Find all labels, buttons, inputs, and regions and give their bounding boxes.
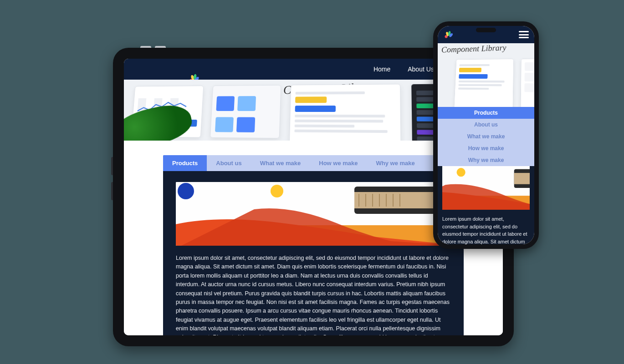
tab-what-we-make[interactable]: What we make — [438, 131, 534, 142]
svg-point-16 — [271, 185, 283, 197]
nav-link-about[interactable]: About Us — [408, 66, 434, 73]
tablet-power-button — [140, 46, 151, 48]
tab-products[interactable]: Products — [163, 155, 207, 171]
phone-notch — [476, 28, 496, 32]
tab-how-we-make[interactable]: How we make — [438, 142, 534, 154]
article-image — [442, 166, 530, 210]
tablet-article: Lorem ipsum dolor sit amet, consectetur … — [163, 171, 464, 335]
phone-screen: Component Library Products A — [438, 26, 534, 244]
phone-article: Lorem ipsum dolor sit amet, consectetur … — [438, 166, 534, 244]
tab-about-us[interactable]: About us — [207, 155, 251, 171]
article-body-text: Lorem ipsum dolor sit amet, consectetur … — [442, 215, 530, 244]
tablet-top-button — [155, 46, 166, 48]
article-image — [176, 182, 451, 246]
svg-point-27 — [457, 168, 465, 177]
phone-tabbar: Products About us What we make How we ma… — [438, 107, 534, 166]
tablet-volume-down — [111, 182, 113, 200]
tablet-volume-up — [111, 157, 113, 175]
hamburger-menu-icon[interactable] — [519, 31, 529, 38]
phone-device: Component Library Products A — [433, 21, 539, 249]
tablet-tabbar: Products About us What we make How we ma… — [163, 155, 464, 171]
tablet-content-panel: Products About us What we make How we ma… — [163, 155, 464, 335]
article-body-text: Lorem ipsum dolor sit amet, consectetur … — [176, 254, 451, 335]
brand-logo-icon — [443, 30, 453, 40]
svg-rect-25 — [514, 173, 530, 184]
phone-hero-image: Component Library — [438, 43, 534, 107]
tab-why-we-make[interactable]: Why we make — [367, 155, 424, 171]
tab-about-us[interactable]: About us — [438, 119, 534, 131]
tab-products[interactable]: Products — [438, 107, 534, 119]
svg-point-15 — [178, 183, 194, 199]
tab-how-we-make[interactable]: How we make — [310, 155, 367, 171]
nav-link-home[interactable]: Home — [373, 66, 390, 73]
tab-what-we-make[interactable]: What we make — [251, 155, 310, 171]
tab-why-we-make[interactable]: Why we make — [438, 154, 534, 166]
